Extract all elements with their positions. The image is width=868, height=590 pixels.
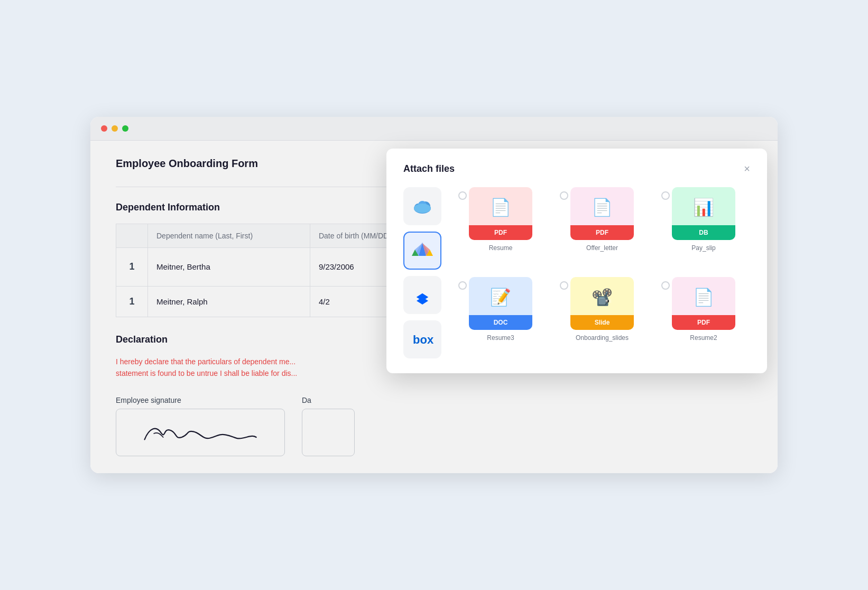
file-name: Resume2 (690, 334, 717, 342)
file-item[interactable]: 📊 DB Pay_slip (657, 187, 750, 269)
file-name: Offer_letter (586, 244, 618, 252)
modal-body: box 📄 PDF (403, 187, 750, 358)
pdf-icon: 📄 (693, 287, 714, 307)
pdf-icon: 📄 (592, 197, 613, 217)
source-icloud[interactable] (403, 187, 441, 225)
files-grid: 📄 PDF Resume 📄 PDF (454, 187, 750, 358)
source-list: box (403, 187, 446, 358)
file-name: Pay_slip (691, 244, 715, 252)
attach-files-modal: Attach files × (386, 149, 767, 373)
file-icon-wrapper: 📄 PDF (469, 187, 532, 240)
file-item[interactable]: 📄 PDF Offer_letter (556, 187, 649, 269)
file-item[interactable]: 📽️ Slide Onboarding_slides (556, 277, 649, 358)
icloud-icon (411, 195, 434, 218)
modal-header: Attach files × (403, 163, 750, 174)
slide-icon: 📽️ (592, 287, 613, 307)
file-item[interactable]: 📄 PDF Resume (454, 187, 547, 269)
google-drive-icon (411, 239, 434, 262)
file-item[interactable]: 📄 PDF Resume2 (657, 277, 750, 358)
file-radio[interactable] (560, 281, 568, 290)
app-window: Employee Onboarding Form Dependent Infor… (90, 117, 778, 474)
file-radio[interactable] (458, 191, 467, 200)
file-type-badge: PDF (469, 225, 532, 240)
file-radio[interactable] (661, 281, 670, 290)
file-card-resume2: 📄 PDF (657, 277, 750, 330)
file-name: Resume (489, 244, 513, 252)
file-type-badge: Slide (570, 315, 634, 330)
svg-text:box: box (413, 333, 434, 346)
file-card-resume: 📄 PDF (454, 187, 547, 240)
file-type-badge: DOC (469, 315, 532, 330)
box-icon: box (411, 328, 434, 351)
file-radio[interactable] (661, 191, 670, 200)
file-name: Resume3 (487, 334, 514, 342)
file-card-offer: 📄 PDF (556, 187, 649, 240)
source-dropbox[interactable] (403, 276, 441, 314)
file-icon-wrapper: 📄 PDF (570, 187, 634, 240)
file-card-slides: 📽️ Slide (556, 277, 649, 330)
doc-icon: 📝 (490, 287, 511, 307)
modal-close-button[interactable]: × (744, 163, 750, 174)
svg-point-4 (414, 204, 431, 213)
file-name: Onboarding_slides (576, 334, 629, 342)
file-type-badge: PDF (672, 315, 735, 330)
file-card-resume3: 📝 DOC (454, 277, 547, 330)
file-type-badge: PDF (570, 225, 634, 240)
file-item[interactable]: 📝 DOC Resume3 (454, 277, 547, 358)
file-radio[interactable] (458, 281, 467, 290)
file-icon-wrapper: 📽️ Slide (570, 277, 634, 330)
dropbox-icon (411, 283, 434, 307)
file-icon-wrapper: 📝 DOC (469, 277, 532, 330)
modal-title: Attach files (403, 163, 455, 174)
file-card-payslip: 📊 DB (657, 187, 750, 240)
file-icon-wrapper: 📊 DB (672, 187, 735, 240)
modal-overlay: Attach files × (90, 117, 778, 474)
db-icon: 📊 (693, 197, 714, 217)
file-icon-wrapper: 📄 PDF (672, 277, 735, 330)
pdf-icon: 📄 (490, 197, 511, 217)
file-type-badge: DB (672, 225, 735, 240)
source-google-drive[interactable] (403, 232, 441, 270)
file-radio[interactable] (560, 191, 568, 200)
source-box[interactable]: box (403, 320, 441, 358)
